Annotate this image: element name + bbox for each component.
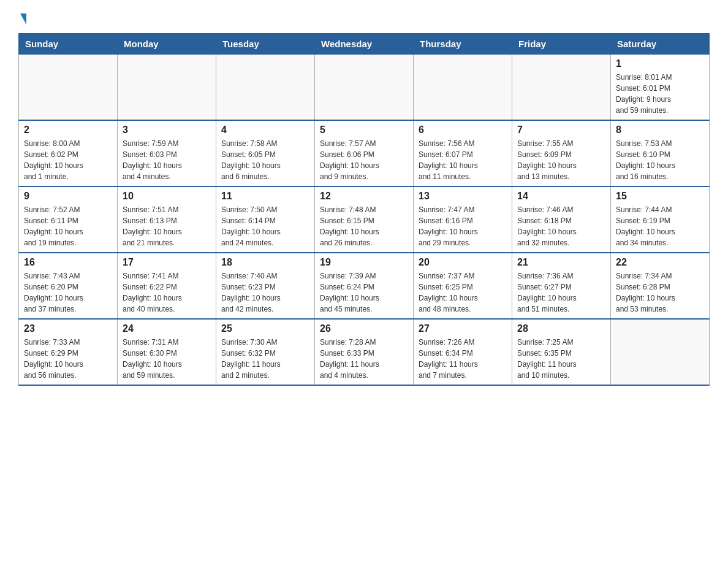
day-info: Sunrise: 7:57 AM Sunset: 6:06 PM Dayligh… [320,138,408,182]
calendar-day-cell: 28Sunrise: 7:25 AM Sunset: 6:35 PM Dayli… [512,319,611,385]
calendar-day-cell: 7Sunrise: 7:55 AM Sunset: 6:09 PM Daylig… [512,120,611,186]
calendar-week-row: 16Sunrise: 7:43 AM Sunset: 6:20 PM Dayli… [19,253,710,319]
calendar-day-cell [315,55,414,121]
calendar-week-row: 2Sunrise: 8:00 AM Sunset: 6:02 PM Daylig… [19,120,710,186]
day-number: 12 [320,191,408,202]
calendar-day-cell: 1Sunrise: 8:01 AM Sunset: 6:01 PM Daylig… [611,55,710,121]
day-number: 5 [320,124,408,136]
calendar-day-cell: 22Sunrise: 7:34 AM Sunset: 6:28 PM Dayli… [611,253,710,319]
day-number: 17 [123,257,211,268]
calendar-day-cell: 12Sunrise: 7:48 AM Sunset: 6:15 PM Dayli… [315,186,414,253]
page-header [18,12,710,23]
day-info: Sunrise: 8:00 AM Sunset: 6:02 PM Dayligh… [24,138,112,182]
day-number: 27 [419,323,507,334]
day-info: Sunrise: 7:55 AM Sunset: 6:09 PM Dayligh… [517,138,605,182]
day-number: 3 [123,124,211,136]
calendar-day-cell: 25Sunrise: 7:30 AM Sunset: 6:32 PM Dayli… [216,319,315,385]
calendar-table: SundayMondayTuesdayWednesdayThursdayFrid… [18,33,710,386]
calendar-day-cell: 18Sunrise: 7:40 AM Sunset: 6:23 PM Dayli… [216,253,315,319]
calendar-day-cell: 10Sunrise: 7:51 AM Sunset: 6:13 PM Dayli… [118,186,216,253]
calendar-day-cell: 23Sunrise: 7:33 AM Sunset: 6:29 PM Dayli… [19,319,118,385]
day-of-week-header: Monday [118,34,216,55]
day-number: 19 [320,257,408,268]
day-info: Sunrise: 7:36 AM Sunset: 6:27 PM Dayligh… [517,270,605,315]
calendar-day-cell: 27Sunrise: 7:26 AM Sunset: 6:34 PM Dayli… [414,319,512,385]
day-info: Sunrise: 7:34 AM Sunset: 6:28 PM Dayligh… [616,270,704,315]
calendar-day-cell: 26Sunrise: 7:28 AM Sunset: 6:33 PM Dayli… [315,319,414,385]
day-info: Sunrise: 7:37 AM Sunset: 6:25 PM Dayligh… [419,270,507,315]
calendar-day-cell: 3Sunrise: 7:59 AM Sunset: 6:03 PM Daylig… [118,120,216,186]
calendar-day-cell: 16Sunrise: 7:43 AM Sunset: 6:20 PM Dayli… [19,253,118,319]
day-number: 20 [419,257,507,268]
day-number: 4 [221,124,309,136]
day-info: Sunrise: 7:48 AM Sunset: 6:15 PM Dayligh… [320,204,408,248]
logo [18,12,26,23]
calendar-week-row: 23Sunrise: 7:33 AM Sunset: 6:29 PM Dayli… [19,319,710,385]
day-number: 11 [221,191,309,202]
day-info: Sunrise: 7:30 AM Sunset: 6:32 PM Dayligh… [221,337,309,381]
day-info: Sunrise: 7:47 AM Sunset: 6:16 PM Dayligh… [419,204,507,248]
day-info: Sunrise: 7:52 AM Sunset: 6:11 PM Dayligh… [24,204,112,248]
day-info: Sunrise: 7:58 AM Sunset: 6:05 PM Dayligh… [221,138,309,182]
calendar-day-cell: 9Sunrise: 7:52 AM Sunset: 6:11 PM Daylig… [19,186,118,253]
day-info: Sunrise: 7:50 AM Sunset: 6:14 PM Dayligh… [221,204,309,248]
day-of-week-header: Wednesday [315,34,414,55]
day-number: 25 [221,323,309,334]
day-info: Sunrise: 7:40 AM Sunset: 6:23 PM Dayligh… [221,270,309,315]
calendar-week-row: 1Sunrise: 8:01 AM Sunset: 6:01 PM Daylig… [19,55,710,121]
calendar-day-cell: 11Sunrise: 7:50 AM Sunset: 6:14 PM Dayli… [216,186,315,253]
day-info: Sunrise: 8:01 AM Sunset: 6:01 PM Dayligh… [616,72,704,116]
day-info: Sunrise: 7:25 AM Sunset: 6:35 PM Dayligh… [517,337,605,381]
day-number: 14 [517,191,605,202]
day-number: 24 [123,323,211,334]
calendar-day-cell [414,55,512,121]
day-number: 15 [616,191,704,202]
day-number: 10 [123,191,211,202]
calendar-day-cell: 6Sunrise: 7:56 AM Sunset: 6:07 PM Daylig… [414,120,512,186]
calendar-day-cell: 8Sunrise: 7:53 AM Sunset: 6:10 PM Daylig… [611,120,710,186]
day-info: Sunrise: 7:41 AM Sunset: 6:22 PM Dayligh… [123,270,211,315]
day-number: 7 [517,124,605,136]
day-info: Sunrise: 7:59 AM Sunset: 6:03 PM Dayligh… [123,138,211,182]
day-of-week-header: Saturday [611,34,710,55]
day-info: Sunrise: 7:51 AM Sunset: 6:13 PM Dayligh… [123,204,211,248]
day-info: Sunrise: 7:53 AM Sunset: 6:10 PM Dayligh… [616,138,704,182]
day-of-week-header: Tuesday [216,34,315,55]
day-number: 22 [616,257,704,268]
calendar-day-cell: 20Sunrise: 7:37 AM Sunset: 6:25 PM Dayli… [414,253,512,319]
calendar-day-cell [19,55,118,121]
calendar-day-cell: 15Sunrise: 7:44 AM Sunset: 6:19 PM Dayli… [611,186,710,253]
calendar-day-cell: 21Sunrise: 7:36 AM Sunset: 6:27 PM Dayli… [512,253,611,319]
calendar-day-cell [512,55,611,121]
day-number: 18 [221,257,309,268]
day-info: Sunrise: 7:39 AM Sunset: 6:24 PM Dayligh… [320,270,408,315]
day-number: 28 [517,323,605,334]
calendar-day-cell: 19Sunrise: 7:39 AM Sunset: 6:24 PM Dayli… [315,253,414,319]
calendar-week-row: 9Sunrise: 7:52 AM Sunset: 6:11 PM Daylig… [19,186,710,253]
day-info: Sunrise: 7:31 AM Sunset: 6:30 PM Dayligh… [123,337,211,381]
calendar-day-cell [611,319,710,385]
day-info: Sunrise: 7:56 AM Sunset: 6:07 PM Dayligh… [419,138,507,182]
day-number: 13 [419,191,507,202]
day-number: 8 [616,124,704,136]
day-number: 21 [517,257,605,268]
day-number: 1 [616,58,704,69]
day-info: Sunrise: 7:44 AM Sunset: 6:19 PM Dayligh… [616,204,704,248]
calendar-day-cell: 17Sunrise: 7:41 AM Sunset: 6:22 PM Dayli… [118,253,216,319]
calendar-header-row: SundayMondayTuesdayWednesdayThursdayFrid… [19,34,710,55]
calendar-day-cell: 24Sunrise: 7:31 AM Sunset: 6:30 PM Dayli… [118,319,216,385]
day-info: Sunrise: 7:43 AM Sunset: 6:20 PM Dayligh… [24,270,112,315]
day-number: 23 [24,323,112,334]
calendar-day-cell: 14Sunrise: 7:46 AM Sunset: 6:18 PM Dayli… [512,186,611,253]
day-number: 26 [320,323,408,334]
day-info: Sunrise: 7:33 AM Sunset: 6:29 PM Dayligh… [24,337,112,381]
day-info: Sunrise: 7:26 AM Sunset: 6:34 PM Dayligh… [419,337,507,381]
day-info: Sunrise: 7:28 AM Sunset: 6:33 PM Dayligh… [320,337,408,381]
calendar-day-cell: 4Sunrise: 7:58 AM Sunset: 6:05 PM Daylig… [216,120,315,186]
calendar-day-cell: 2Sunrise: 8:00 AM Sunset: 6:02 PM Daylig… [19,120,118,186]
calendar-day-cell: 13Sunrise: 7:47 AM Sunset: 6:16 PM Dayli… [414,186,512,253]
day-number: 16 [24,257,112,268]
day-number: 6 [419,124,507,136]
calendar-day-cell [216,55,315,121]
day-number: 9 [24,191,112,202]
